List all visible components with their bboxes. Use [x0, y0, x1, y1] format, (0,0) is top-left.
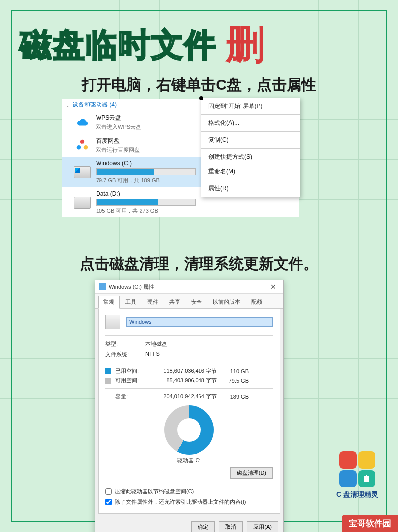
subtitle-2: 点击磁盘清理，清理系统更新文件。 — [20, 254, 378, 274]
apply-button[interactable]: 应用(A) — [247, 521, 278, 532]
menu-rename[interactable]: 重命名(M) — [201, 164, 300, 179]
menu-separator — [201, 114, 300, 115]
menu-shortcut[interactable]: 创建快捷方式(S) — [201, 150, 300, 164]
hdd-icon — [73, 196, 91, 210]
drive-sub: 105 GB 可用，共 273 GB — [96, 207, 294, 214]
dialog-titlebar[interactable]: Windows (C:) 属性 ✕ — [95, 280, 283, 294]
compress-checkbox-row[interactable]: 压缩此驱动器以节约磁盘空间(C) — [105, 486, 273, 497]
menu-properties[interactable]: 属性(R) — [201, 181, 300, 196]
disk-icon — [99, 283, 106, 290]
brand-text: C 盘清理精灵 — [336, 490, 378, 499]
compress-checkbox[interactable] — [105, 488, 112, 495]
type-label: 类型: — [105, 340, 145, 348]
cancel-button[interactable]: 取消 — [219, 521, 243, 532]
cap-gb: 189 GB — [221, 394, 249, 400]
free-label: 可用空间: — [115, 377, 143, 384]
watermark: 宝哥软件园 — [342, 515, 398, 532]
usage-donut-chart — [164, 405, 214, 455]
tab-tools[interactable]: 工具 — [120, 296, 142, 308]
brand-logo-icon: 🗑 — [339, 451, 375, 487]
title-accent: 删 — [226, 19, 262, 71]
tab-sharing[interactable]: 共享 — [164, 296, 186, 308]
fs-label: 文件系统: — [105, 351, 145, 358]
properties-dialog: Windows (C:) 属性 ✕ 常规 工具 硬件 共享 安全 以前的版本 配… — [95, 280, 284, 532]
title-row: 磁盘临时文件 删 — [20, 19, 378, 71]
svg-point-0 — [80, 140, 84, 144]
free-gb: 79.5 GB — [221, 378, 249, 384]
pointer-dot-icon — [199, 96, 203, 100]
chevron-down-icon: ⌄ — [65, 102, 70, 108]
dialog-body: 类型:本地磁盘 文件系统:NTFS 已用空间: 118,607,036,416 … — [98, 309, 280, 514]
cap-label: 容量: — [115, 393, 143, 400]
drive-label: 驱动器 C: — [105, 457, 273, 464]
type-value: 本地磁盘 — [145, 340, 167, 348]
usage-bar — [96, 168, 196, 175]
disk-cleanup-button[interactable]: 磁盘清理(D) — [230, 467, 273, 479]
volume-name-input[interactable] — [126, 317, 273, 327]
used-swatch — [105, 368, 111, 374]
disk-icon — [105, 315, 120, 329]
menu-separator — [201, 131, 300, 132]
tab-hardware[interactable]: 硬件 — [142, 296, 164, 308]
used-gb: 110 GB — [221, 368, 249, 374]
ok-button[interactable]: 确定 — [191, 521, 215, 532]
cloud-icon — [73, 115, 91, 129]
svg-point-1 — [77, 145, 81, 149]
menu-separator — [201, 180, 300, 180]
index-label: 除了文件属性外，还允许索引此驱动器上文件的内容(I) — [115, 498, 246, 506]
fs-value: NTFS — [145, 351, 160, 358]
tabs: 常规 工具 硬件 共享 安全 以前的版本 配额 — [95, 294, 283, 309]
close-button[interactable]: ✕ — [267, 283, 279, 291]
index-checkbox-row[interactable]: 除了文件属性外，还允许索引此驱动器上文件的内容(I) — [105, 497, 273, 507]
menu-copy[interactable]: 复制(C) — [201, 133, 300, 147]
svg-point-2 — [84, 145, 88, 149]
free-swatch — [105, 378, 111, 384]
cap-bytes: 204,010,942,464 字节 — [147, 393, 217, 400]
used-bytes: 118,607,036,416 字节 — [147, 367, 217, 375]
compress-label: 压缩此驱动器以节约磁盘空间(C) — [115, 488, 194, 495]
dialog-buttons: 确定 取消 应用(A) — [95, 517, 283, 532]
menu-format[interactable]: 格式化(A)... — [201, 116, 300, 130]
used-label: 已用空间: — [115, 367, 143, 375]
tab-quota[interactable]: 配额 — [246, 296, 268, 308]
tab-prev[interactable]: 以前的版本 — [207, 296, 246, 308]
dialog-title: Windows (C:) 属性 — [109, 283, 264, 291]
brand-badge: 🗑 C 盘清理精灵 — [336, 451, 378, 499]
usage-bar — [96, 199, 196, 206]
tab-general[interactable]: 常规 — [98, 296, 120, 309]
tab-security[interactable]: 安全 — [186, 296, 207, 308]
context-menu: 固定到"开始"屏幕(P) 格式化(A)... 复制(C) 创建快捷方式(S) 重… — [201, 98, 300, 197]
title-main: 磁盘临时文件 — [20, 23, 217, 67]
menu-pin[interactable]: 固定到"开始"屏幕(P) — [201, 99, 300, 113]
hdd-icon — [73, 165, 91, 179]
svg-point-3 — [81, 144, 84, 147]
baidu-icon — [73, 138, 91, 152]
free-bytes: 85,403,906,048 字节 — [147, 377, 217, 384]
index-checkbox[interactable] — [105, 499, 112, 505]
menu-separator — [201, 148, 300, 149]
subtitle-1: 打开电脑，右键单击C盘，点击属性 — [20, 75, 378, 95]
section-header-text: 设备和驱动器 (4) — [72, 101, 117, 109]
